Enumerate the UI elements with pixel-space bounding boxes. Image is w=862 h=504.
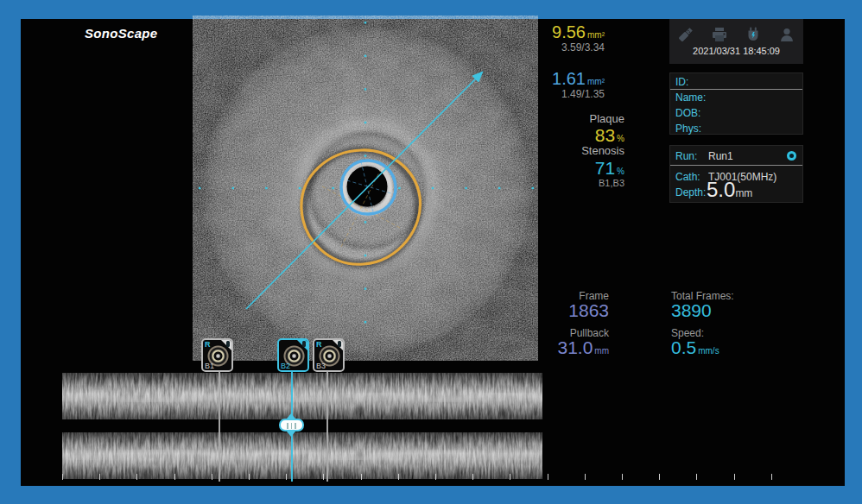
run-selector[interactable]: Run: Run1	[670, 146, 802, 166]
lumen-area-value: 1.61mm²	[552, 69, 605, 89]
patient-phys-field: Phys:	[670, 121, 802, 136]
datetime-display: 2021/03/31 18:45:09	[669, 46, 803, 56]
patient-panel: ID: Name: DOB: Phys:	[669, 72, 803, 135]
vessel-diameters: 3.59/3.34	[561, 41, 605, 54]
patient-dob-field: DOB:	[670, 105, 802, 121]
user-icon[interactable]	[777, 25, 796, 44]
pullback-value: 31.0mm	[557, 337, 609, 358]
speed-value: 0.5mm/s	[671, 337, 719, 358]
strip-lower[interactable]	[62, 432, 542, 479]
depth-label: Depth:	[675, 186, 706, 198]
bookmark-b2-label: B2	[281, 362, 290, 370]
run-info-icon[interactable]	[787, 151, 796, 161]
stenosis-label: Stenosis	[581, 144, 624, 157]
patient-id-field[interactable]: ID:	[670, 73, 802, 90]
depth-value: 5.0mm	[707, 178, 752, 202]
printer-icon[interactable]	[710, 25, 729, 44]
plaque-label: Plaque	[590, 112, 624, 125]
bookmark-b3-record-marker: R	[316, 340, 322, 349]
bookmark-b1-record-marker: R	[205, 340, 211, 349]
cath-label: Cath:	[675, 171, 700, 183]
lumen-area-unit: mm²	[587, 77, 605, 86]
slider-grip-lines	[287, 423, 298, 429]
vessel-area-unit: mm²	[587, 30, 605, 40]
bookmark-b3-marker-line	[326, 372, 328, 482]
run-value: Run1	[708, 150, 733, 162]
stenosis-bookmarks-ref: B1,B3	[599, 178, 624, 188]
stenosis-value: 71%	[595, 158, 624, 179]
ivus-cross-section-image[interactable]	[193, 16, 538, 361]
strip-upper[interactable]	[62, 373, 542, 419]
bookmark-thumbnail-b1[interactable]: R B1	[201, 338, 233, 372]
main-screen: SonoScape	[21, 19, 845, 486]
bookmark-b3-label: B3	[316, 362, 326, 370]
bookmark-b1-label: B1	[205, 362, 214, 370]
run-panel: Run: Run1 Cath: TJ001(50MHz) Depth: 5.0m…	[669, 145, 803, 203]
patient-name-field: Name:	[670, 90, 802, 105]
total-frames-value: 3890	[671, 300, 712, 321]
brand-logo: SonoScape	[85, 26, 157, 41]
plaque-value: 83%	[595, 125, 624, 146]
bookmark-b1-marker-line	[219, 372, 220, 482]
bookmark-flag-icon	[338, 341, 341, 347]
vessel-area-value: 9.56mm²	[552, 22, 605, 42]
pullback-ruler	[62, 474, 808, 480]
frame-value: 1863	[568, 300, 609, 321]
bookmark-thumbnail-b2[interactable]: B2	[277, 338, 309, 372]
bookmark-flag-icon	[302, 341, 306, 347]
run-label: Run:	[675, 150, 697, 162]
usb-icon[interactable]	[676, 25, 695, 44]
toolbar-panel: 2021/03/31 18:45:09	[669, 19, 803, 64]
power-plug-icon[interactable]	[744, 25, 763, 44]
app-frame: SonoScape	[0, 0, 862, 504]
bookmark-flag-icon	[226, 341, 230, 347]
lumen-diameters: 1.49/1.35	[561, 88, 605, 100]
frame-slider-handle[interactable]	[279, 419, 304, 432]
bookmark-thumbnail-b3[interactable]: R B3	[313, 338, 345, 372]
